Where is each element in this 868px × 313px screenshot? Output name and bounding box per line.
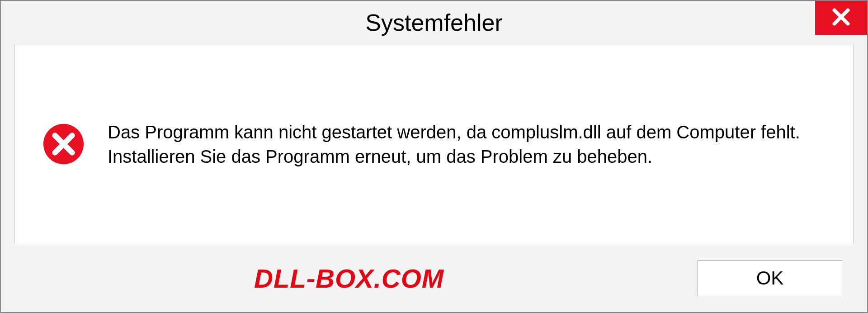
error-message: Das Programm kann nicht gestartet werden… (108, 120, 826, 169)
error-dialog: Systemfehler Das Programm kann nicht ges… (0, 0, 868, 313)
ok-button[interactable]: OK (698, 260, 842, 296)
close-button[interactable] (815, 1, 867, 35)
titlebar: Systemfehler (1, 1, 867, 44)
close-icon (831, 7, 851, 29)
watermark-text: DLL-BOX.COM (254, 263, 444, 294)
dialog-title: Systemfehler (365, 9, 502, 36)
content-panel: Das Programm kann nicht gestartet werden… (14, 44, 854, 244)
dialog-footer: DLL-BOX.COM OK (1, 244, 867, 312)
error-icon (42, 123, 85, 166)
